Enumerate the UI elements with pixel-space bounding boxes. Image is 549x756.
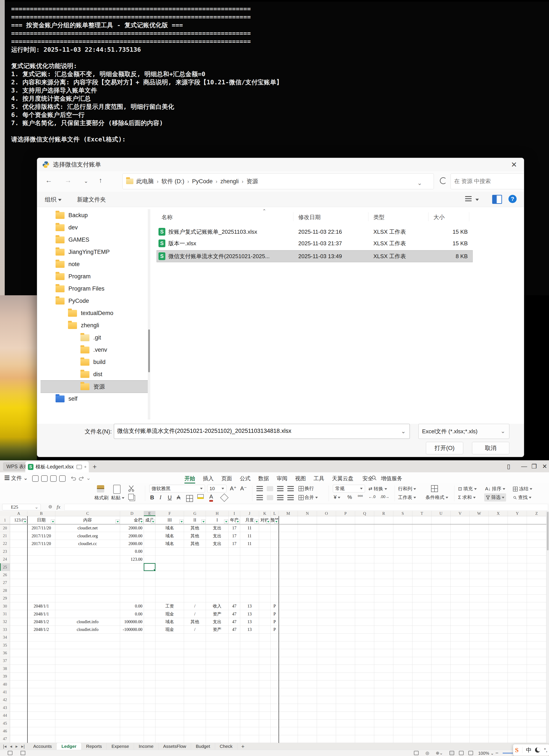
- cell-E28[interactable]: [144, 587, 156, 594]
- cell-I37[interactable]: [229, 657, 240, 665]
- cell-N21[interactable]: [298, 532, 317, 540]
- cell-C44[interactable]: [55, 712, 120, 720]
- cell-X42[interactable]: [489, 696, 508, 704]
- cell-R30[interactable]: [374, 602, 393, 610]
- cell-Y1[interactable]: [508, 516, 527, 524]
- grid-vscrollbar-thumb[interactable]: [547, 512, 549, 550]
- filter-dropdown-icon[interactable]: [266, 520, 270, 524]
- row-header-35[interactable]: 35: [0, 641, 10, 649]
- cell-I23[interactable]: [229, 548, 240, 555]
- cell-O24[interactable]: [317, 556, 336, 563]
- cell-Y31[interactable]: [508, 610, 527, 618]
- cell-V20[interactable]: [451, 524, 470, 532]
- cell-A30[interactable]: [10, 602, 27, 610]
- breadcrumb-item[interactable]: PyCode: [192, 178, 213, 185]
- cell-W25[interactable]: [470, 563, 489, 571]
- cell-F27[interactable]: [156, 579, 184, 587]
- row-header-30[interactable]: 30: [0, 602, 10, 610]
- cell-M38[interactable]: [279, 665, 298, 673]
- cell-A38[interactable]: [10, 665, 27, 673]
- breadcrumb-item[interactable]: zhengli: [221, 178, 239, 185]
- cell-B29[interactable]: [27, 595, 55, 602]
- cell-Y22[interactable]: [508, 540, 527, 548]
- cell-Z20[interactable]: [527, 524, 546, 532]
- row-header-37[interactable]: 37: [0, 657, 10, 665]
- cell-S47[interactable]: [393, 735, 412, 743]
- cell-P32[interactable]: [336, 618, 355, 626]
- cell-Q47[interactable]: [355, 735, 374, 743]
- cell-I31[interactable]: 47: [229, 610, 240, 618]
- cell-O47[interactable]: [317, 735, 336, 743]
- row-header-31[interactable]: 31: [0, 610, 10, 618]
- cell-R40[interactable]: [374, 680, 393, 688]
- cell-I35[interactable]: [229, 641, 240, 649]
- cell-R34[interactable]: [374, 634, 393, 641]
- cell-I34[interactable]: [229, 634, 240, 641]
- filter-dropdown-icon[interactable]: [224, 520, 228, 524]
- cell-N35[interactable]: [298, 641, 317, 649]
- cell-G20[interactable]: 其他: [184, 524, 206, 532]
- cell-O39[interactable]: [317, 673, 336, 680]
- row-header-20[interactable]: 20: [0, 524, 10, 532]
- cell-C21[interactable]: cloudlet.org: [55, 532, 120, 540]
- decimal-decrease-icon[interactable]: ←.0: [368, 495, 375, 499]
- tree-item-.venv[interactable]: .venv: [41, 344, 148, 356]
- cell-F33[interactable]: 现金: [156, 626, 184, 633]
- row-header-1[interactable]: 1: [0, 516, 10, 524]
- menu-tab-工具[interactable]: 工具: [313, 474, 324, 483]
- cell-E20[interactable]: [144, 524, 156, 532]
- cell-H33[interactable]: 资产: [206, 626, 229, 633]
- cell-A26[interactable]: [10, 571, 27, 579]
- cell-H37[interactable]: [206, 657, 229, 665]
- cell-Q32[interactable]: [355, 618, 374, 626]
- cell-J29[interactable]: [240, 595, 259, 602]
- cell-U30[interactable]: [431, 602, 451, 610]
- cell-A25[interactable]: [10, 563, 27, 571]
- cell-C27[interactable]: [55, 579, 120, 587]
- justify-icon[interactable]: [287, 495, 294, 500]
- cell-P26[interactable]: [336, 571, 355, 579]
- cell-J47[interactable]: [240, 735, 259, 743]
- cell-X23[interactable]: [489, 548, 508, 555]
- cell-D29[interactable]: [120, 595, 144, 602]
- cell-A39[interactable]: [10, 673, 27, 680]
- cell-D24[interactable]: 123.00: [120, 556, 144, 563]
- cell-A45[interactable]: [10, 720, 27, 727]
- cell-F47[interactable]: [156, 735, 184, 743]
- font-color-icon[interactable]: A: [209, 493, 213, 502]
- breadcrumb-chevron-icon[interactable]: ⌄: [417, 180, 422, 186]
- cell-P42[interactable]: [336, 696, 355, 704]
- cell-H24[interactable]: [206, 556, 229, 563]
- filter-dropdown-icon[interactable]: [201, 520, 206, 524]
- cell-Q31[interactable]: [355, 610, 374, 618]
- cell-T31[interactable]: [412, 610, 431, 618]
- cell-G34[interactable]: [184, 634, 206, 641]
- cell-U21[interactable]: [431, 532, 451, 540]
- formula-search-icon[interactable]: [48, 505, 53, 510]
- cell-V29[interactable]: [451, 595, 470, 602]
- breadcrumb-item[interactable]: 资源: [247, 178, 258, 185]
- cell-F32[interactable]: 域名: [156, 618, 184, 626]
- cell-O32[interactable]: [317, 618, 336, 626]
- cell-D33[interactable]: -100000.00: [120, 626, 144, 633]
- column-header-P[interactable]: P: [336, 511, 355, 516]
- cell-P43[interactable]: [336, 704, 355, 712]
- cell-B26[interactable]: [27, 571, 55, 579]
- cell-G22[interactable]: 其他: [184, 540, 206, 548]
- cell-V39[interactable]: [451, 673, 470, 680]
- column-header-H[interactable]: H: [206, 511, 229, 516]
- cell-L36[interactable]: [271, 649, 279, 657]
- cell-X34[interactable]: [489, 634, 508, 641]
- cell-R43[interactable]: [374, 704, 393, 712]
- cell-B39[interactable]: [27, 673, 55, 680]
- cell-J22[interactable]: 11: [240, 540, 259, 548]
- cell-H47[interactable]: [206, 735, 229, 743]
- cell-M31[interactable]: [279, 610, 298, 618]
- cell-L47[interactable]: [271, 735, 279, 743]
- cell-Z34[interactable]: [527, 634, 546, 641]
- cell-G38[interactable]: [184, 665, 206, 673]
- cell-W40[interactable]: [470, 680, 489, 688]
- cell-Q44[interactable]: [355, 712, 374, 720]
- cell-M42[interactable]: [279, 696, 298, 704]
- cell-D31[interactable]: 0.00: [120, 610, 144, 618]
